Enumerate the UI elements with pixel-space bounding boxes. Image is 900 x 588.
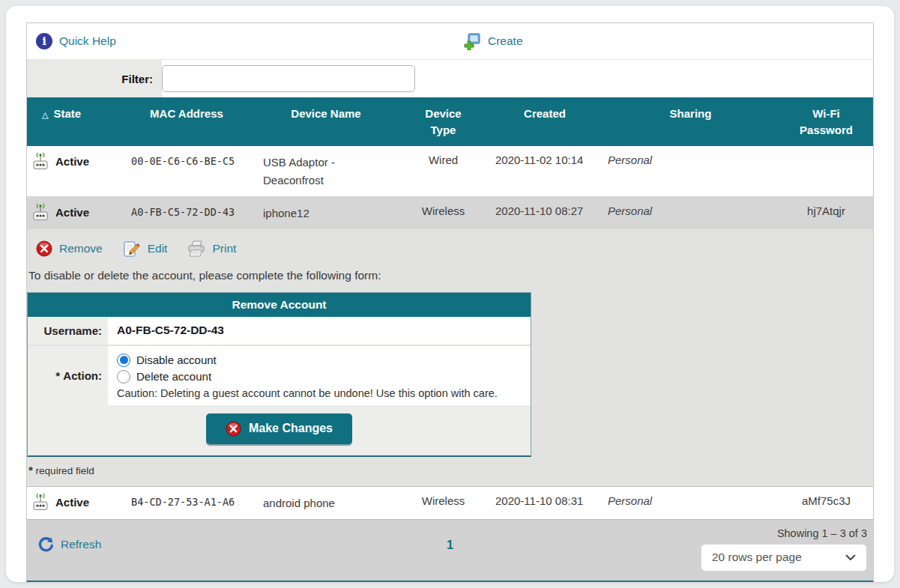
device-name-cell: USB Adaptor - Deaconfrost [253, 146, 399, 197]
action-label: * Action: [28, 346, 108, 405]
edit-icon [123, 240, 141, 258]
sharing-cell: Personal [602, 197, 779, 223]
device-row-android-phone[interactable]: Active B4-CD-27-53-A1-A6 android phone W… [27, 486, 873, 519]
info-icon: i [36, 33, 52, 49]
sharing-cell: Personal [602, 146, 779, 172]
chevron-down-icon [845, 554, 856, 561]
row-action-links: Remove Edit [27, 234, 866, 261]
print-label: Print [212, 242, 236, 255]
make-changes-label: Make Changes [249, 422, 333, 435]
refresh-link[interactable]: Refresh [37, 536, 101, 553]
column-header-created[interactable]: Created [488, 97, 602, 146]
mac-address-cell: B4-CD-27-53-A1-A6 [120, 487, 253, 514]
sharing-cell: Personal [602, 487, 779, 513]
quick-help-label: Quick Help [59, 34, 116, 48]
instruction-text: To disable or delete the account, please… [28, 269, 866, 282]
created-cell: 2020-11-02 10:14 [488, 146, 602, 172]
column-header-device-type[interactable]: Device Type [399, 97, 488, 146]
device-type-cell: Wireless [399, 197, 488, 223]
filter-label: Filter: [27, 60, 162, 97]
device-row-iphone12[interactable]: Active A0-FB-C5-72-DD-43 iphone12 Wirele… [27, 197, 873, 229]
remove-account-form: Remove Account Username: A0-FB-C5-72-DD-… [27, 292, 531, 457]
radio-disable-account[interactable]: Disable account [117, 354, 522, 367]
column-header-device-name[interactable]: Device Name [253, 97, 399, 146]
guest-devices-panel: i Quick Help Create Filter: [26, 22, 874, 582]
rows-per-page-select[interactable]: 20 rows per page [701, 544, 867, 572]
edit-label: Edit [148, 242, 168, 255]
refresh-label: Refresh [61, 538, 101, 551]
radio-selected-icon[interactable] [117, 354, 130, 367]
wireless-device-icon [31, 151, 49, 171]
rows-per-page-value: 20 rows per page [712, 551, 802, 564]
wifi-password-cell: hj7Atqjr [779, 197, 873, 223]
state-label: Active [55, 206, 89, 219]
column-header-wifi-password[interactable]: Wi-Fi Password [779, 97, 873, 146]
remove-icon [36, 240, 52, 257]
remove-icon [226, 421, 241, 437]
sort-ascending-icon: △ [42, 109, 48, 121]
username-value: A0-FB-C5-72-DD-43 [108, 317, 531, 345]
created-cell: 2020-11-10 08:31 [488, 487, 602, 513]
showing-count: Showing 1 – 3 of 3 [777, 527, 867, 539]
toolbar: i Quick Help Create [27, 23, 873, 60]
state-cell: Active [27, 146, 120, 177]
column-header-sharing[interactable]: Sharing [602, 97, 779, 146]
guest-devices-card: i Quick Help Create Filter: [6, 6, 894, 582]
make-changes-button[interactable]: Make Changes [206, 413, 352, 444]
wifi-password-cell: aMf75c3J [779, 487, 873, 513]
state-cell: Active [27, 487, 120, 518]
required-field-note: * required field [28, 464, 866, 476]
state-label: Active [55, 155, 89, 168]
device-name-cell: android phone [253, 487, 399, 519]
remove-link[interactable]: Remove [36, 240, 103, 258]
wifi-password-cell [779, 146, 873, 160]
filter-row: Filter: [27, 60, 873, 97]
filter-input[interactable] [162, 65, 415, 92]
quick-help-link[interactable]: i Quick Help [36, 33, 116, 49]
radio-label: Disable account [136, 354, 217, 366]
action-options: Disable account Delete account Caution: … [108, 346, 531, 405]
username-label: Username: [28, 317, 108, 345]
remove-label: Remove [59, 242, 103, 255]
edit-link[interactable]: Edit [123, 240, 168, 258]
required-mark: * [55, 369, 60, 382]
state-label: Active [55, 496, 89, 509]
mac-address-cell: A0-FB-C5-72-DD-43 [120, 197, 253, 224]
column-header-mac-address[interactable]: MAC Address [120, 97, 253, 146]
print-link[interactable]: Print [187, 240, 236, 258]
device-type-cell: Wireless [399, 487, 488, 513]
state-cell: Active [27, 197, 120, 228]
table-header: △ State MAC Address Device Name Device T… [27, 97, 873, 146]
radio-unselected-icon[interactable] [117, 370, 130, 384]
print-icon [187, 240, 205, 258]
device-name-cell: iphone12 [253, 197, 399, 229]
page-number[interactable]: 1 [447, 538, 453, 552]
caution-text: Caution: Deleting a guest account cannot… [117, 387, 522, 399]
created-cell: 2020-11-10 08:27 [488, 197, 602, 223]
radio-delete-account[interactable]: Delete account [117, 370, 522, 384]
form-title: Remove Account [28, 293, 531, 317]
create-label: Create [488, 34, 523, 48]
refresh-icon [37, 536, 54, 553]
wireless-device-icon [31, 202, 49, 222]
device-row-usb-adaptor[interactable]: Active 00-0E-C6-C6-BE-C5 USB Adaptor - D… [27, 146, 873, 198]
wireless-device-icon [31, 492, 49, 512]
radio-label: Delete account [136, 370, 211, 383]
device-type-cell: Wired [399, 146, 488, 172]
column-header-state[interactable]: △ State [27, 97, 120, 146]
table-footer: Refresh 1 Showing 1 – 3 of 3 20 rows per… [27, 519, 873, 581]
row-detail-panel: Remove Edit [27, 229, 873, 486]
form-button-row: Make Changes [28, 405, 531, 455]
create-link[interactable]: Create [463, 32, 523, 50]
mac-address-cell: 00-0E-C6-C6-BE-C5 [120, 146, 253, 173]
create-icon [463, 32, 481, 50]
